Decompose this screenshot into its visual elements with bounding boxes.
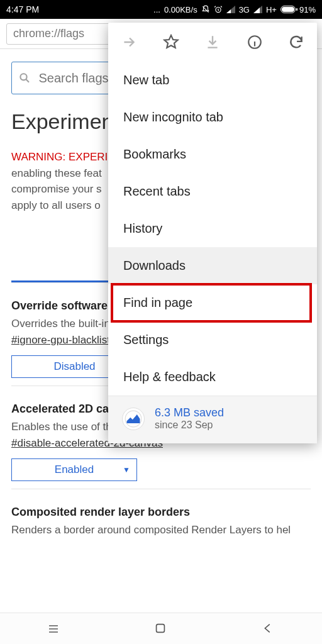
signal-1-icon <box>226 6 235 13</box>
home-button[interactable] <box>153 621 169 636</box>
menu-item-new-tab[interactable]: New tab <box>108 62 317 99</box>
search-icon <box>18 71 31 85</box>
flag-desc: Renders a border around composited Rende… <box>11 523 311 538</box>
alarm-icon <box>214 5 223 14</box>
back-button[interactable] <box>261 621 276 636</box>
data-saver-row[interactable]: 6.3 MB saved since 23 Sep <box>108 396 317 443</box>
android-status-bar: 4:47 PM ... 0.00KB/s 3G H+ 91% <box>0 0 322 19</box>
battery-icon <box>280 6 296 13</box>
flag-anchor-link[interactable]: #ignore-gpu-blacklist <box>11 334 110 347</box>
data-saver-since: since 23 Sep <box>155 419 224 431</box>
svg-point-1 <box>20 74 26 80</box>
battery-percent: 91% <box>299 5 316 14</box>
signal-1-label: 3G <box>239 5 250 14</box>
signal-2-label: H+ <box>266 5 277 14</box>
flag-title: Composited render layer borders <box>11 506 311 519</box>
arrow-forward-icon[interactable] <box>121 34 137 50</box>
signal-2-icon <box>253 6 262 13</box>
info-icon[interactable] <box>247 34 263 50</box>
menu-item-downloads[interactable]: Downloads <box>108 247 317 284</box>
flag-select-value: Enabled <box>12 464 136 476</box>
status-time: 4:47 PM <box>6 4 39 14</box>
status-right-cluster: ... 0.00KB/s 3G H+ 91% <box>153 5 316 14</box>
reload-icon[interactable] <box>288 34 304 50</box>
menu-icon-row <box>108 23 317 62</box>
menu-item-bookmarks[interactable]: Bookmarks <box>108 136 317 173</box>
menu-item-new-incognito[interactable]: New incognito tab <box>108 99 317 136</box>
status-net-speed: 0.00KB/s <box>164 5 197 14</box>
status-dots: ... <box>153 5 160 14</box>
menu-item-history[interactable]: History <box>108 210 317 247</box>
star-icon[interactable] <box>163 34 179 50</box>
data-saver-text: 6.3 MB saved since 23 Sep <box>155 406 224 431</box>
warning-prefix: WARNING: EXPERI <box>11 151 108 163</box>
menu-item-find-in-page[interactable]: Find in page <box>108 284 317 321</box>
flag-select[interactable]: Enabled ▼ <box>11 458 137 481</box>
flag-item: Composited render layer borders Renders … <box>11 489 311 548</box>
data-saver-amount: 6.3 MB saved <box>155 406 224 419</box>
chevron-down-icon: ▼ <box>123 465 130 474</box>
recent-apps-button[interactable] <box>46 621 61 636</box>
data-saver-icon <box>122 408 145 430</box>
bell-off-icon <box>201 5 210 14</box>
menu-item-recent-tabs[interactable]: Recent tabs <box>108 173 317 210</box>
chrome-overflow-menu: New tab New incognito tab Bookmarks Rece… <box>108 23 317 443</box>
svg-rect-4 <box>157 624 165 632</box>
menu-item-settings[interactable]: Settings <box>108 321 317 358</box>
download-icon[interactable] <box>204 34 221 50</box>
menu-item-help-feedback[interactable]: Help & feedback <box>108 358 317 396</box>
android-nav-bar <box>0 613 322 644</box>
